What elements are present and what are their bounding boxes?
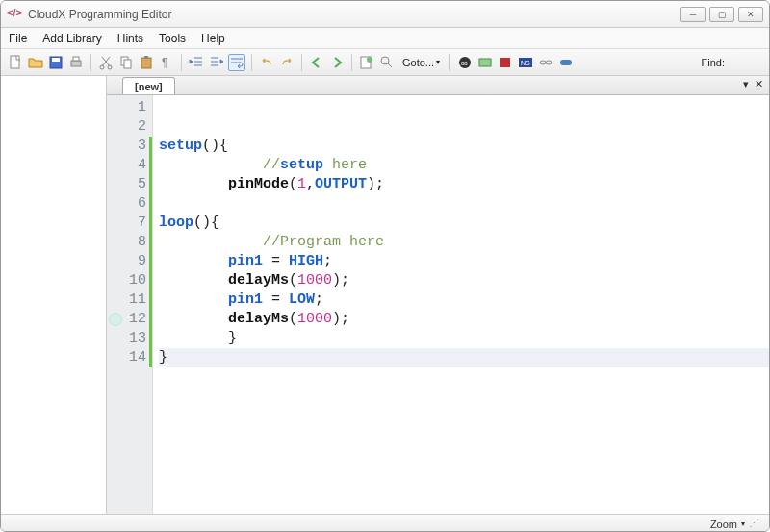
toolbar-separator: [90, 54, 91, 71]
copy-icon[interactable]: [117, 54, 135, 71]
line-number: 9: [107, 252, 146, 271]
code-line[interactable]: delayMs(1000);: [159, 272, 349, 289]
code-line[interactable]: //setup here: [159, 157, 367, 173]
open-file-icon[interactable]: [27, 54, 44, 71]
tab-dropdown-icon[interactable]: ▾: [743, 78, 749, 90]
board-icon[interactable]: [476, 54, 494, 71]
goto-button[interactable]: Goto...▾: [398, 57, 444, 68]
print-icon[interactable]: [67, 54, 85, 71]
svg-rect-4: [73, 57, 79, 61]
menu-bar: File Add Library Hints Tools Help: [1, 28, 769, 49]
line-number: 1: [107, 98, 146, 117]
code-line[interactable]: pin1 = LOW;: [159, 291, 323, 308]
window-buttons: ─ ▢ ✕: [680, 7, 763, 22]
menu-tools[interactable]: Tools: [159, 32, 186, 45]
menu-help[interactable]: Help: [201, 32, 225, 45]
chip-icon[interactable]: 08: [456, 54, 474, 71]
line-number: 8: [107, 233, 146, 252]
toolbar-separator: [251, 54, 252, 71]
outdent-icon[interactable]: [188, 54, 205, 71]
line-number: 6: [107, 194, 146, 214]
svg-rect-10: [144, 56, 148, 59]
svg-rect-2: [52, 58, 60, 62]
menu-add-library[interactable]: Add Library: [42, 32, 101, 45]
stop-icon[interactable]: [497, 54, 514, 71]
svg-rect-23: [560, 60, 572, 65]
tab-close-icon[interactable]: ✕: [755, 78, 763, 90]
indent-icon[interactable]: [208, 54, 225, 71]
code-body[interactable]: setup(){ //setup here pinMode(1,OUTPUT);…: [153, 95, 769, 514]
code-line[interactable]: loop(){: [159, 215, 219, 231]
line-gutter: 1234567891011121314: [107, 95, 153, 514]
close-button[interactable]: ✕: [738, 7, 763, 22]
nav-back-icon[interactable]: [308, 54, 325, 71]
ns-icon[interactable]: NS: [517, 54, 534, 71]
toolbar-separator: [301, 54, 302, 71]
app-icon: </>: [7, 7, 22, 22]
link-icon[interactable]: [537, 54, 554, 71]
svg-rect-17: [479, 59, 491, 66]
toolbar-separator: [351, 54, 352, 71]
svg-point-13: [367, 57, 372, 63]
editor-area: [new] ▾ ✕ 1234567891011121314 setup(){ /…: [107, 76, 769, 514]
wordwrap-icon[interactable]: [228, 54, 245, 71]
cut-icon[interactable]: [97, 54, 115, 71]
svg-text:NS: NS: [521, 60, 530, 66]
svg-rect-18: [500, 58, 510, 67]
code-line[interactable]: pin1 = HIGH;: [159, 253, 332, 269]
toolbar-separator: [449, 54, 450, 71]
code-line[interactable]: }: [159, 348, 769, 367]
paste-icon[interactable]: [138, 54, 155, 71]
svg-rect-9: [141, 58, 151, 68]
new-file-icon[interactable]: [7, 54, 24, 71]
minimize-button[interactable]: ─: [680, 7, 706, 22]
code-line[interactable]: delayMs(1000);: [159, 311, 349, 327]
svg-point-22: [546, 61, 552, 64]
tab-bar: [new] ▾ ✕: [107, 76, 769, 95]
svg-text:¶: ¶: [162, 56, 167, 69]
nav-forward-icon[interactable]: [328, 54, 346, 71]
save-icon[interactable]: [47, 54, 64, 71]
svg-point-14: [381, 57, 389, 64]
code-line[interactable]: //Program here: [159, 234, 384, 250]
bookmark-icon[interactable]: [358, 54, 375, 71]
maximize-button[interactable]: ▢: [709, 7, 734, 22]
svg-point-21: [540, 61, 546, 64]
line-number: 14: [107, 348, 146, 367]
connector-icon[interactable]: [557, 54, 575, 71]
code-editor[interactable]: 1234567891011121314 setup(){ //setup her…: [107, 95, 769, 514]
line-number: 10: [107, 271, 146, 291]
line-number: 4: [107, 156, 146, 175]
tab-new[interactable]: [new]: [122, 77, 175, 94]
menu-file[interactable]: File: [9, 32, 27, 45]
undo-icon[interactable]: [258, 54, 275, 71]
window-title: CloudX Programming Editor: [28, 8, 680, 21]
line-number: 3: [107, 137, 146, 156]
svg-rect-8: [124, 60, 131, 68]
status-bar: Zoom ▾ ⋰: [1, 514, 769, 532]
line-number: 11: [107, 291, 146, 310]
redo-icon[interactable]: [278, 54, 295, 71]
resize-grip-icon[interactable]: ⋰: [749, 518, 759, 530]
title-bar: </> CloudX Programming Editor ─ ▢ ✕: [1, 1, 769, 28]
line-number: 13: [107, 329, 146, 348]
toolbar-separator: [181, 54, 182, 71]
zoom-label[interactable]: Zoom: [710, 519, 737, 530]
zoom-dropdown-icon[interactable]: ▾: [741, 519, 745, 528]
breakpoint-marker[interactable]: [109, 313, 122, 326]
svg-rect-3: [71, 61, 81, 66]
toolbar: ¶ Goto...▾ 08 NS Find:: [1, 49, 769, 76]
code-line[interactable]: pinMode(1,OUTPUT);: [159, 176, 384, 192]
code-line[interactable]: setup(){: [159, 138, 228, 154]
find-label: Find:: [702, 57, 725, 68]
workspace: [new] ▾ ✕ 1234567891011121314 setup(){ /…: [1, 76, 769, 514]
line-number: 5: [107, 175, 146, 194]
paragraph-icon[interactable]: ¶: [158, 54, 175, 71]
menu-hints[interactable]: Hints: [117, 32, 143, 45]
sidebar-panel: [1, 76, 107, 514]
search-icon[interactable]: [378, 54, 396, 71]
svg-text:08: 08: [461, 61, 468, 66]
code-line[interactable]: }: [159, 330, 237, 346]
line-number: 7: [107, 214, 146, 233]
svg-rect-0: [11, 56, 19, 68]
